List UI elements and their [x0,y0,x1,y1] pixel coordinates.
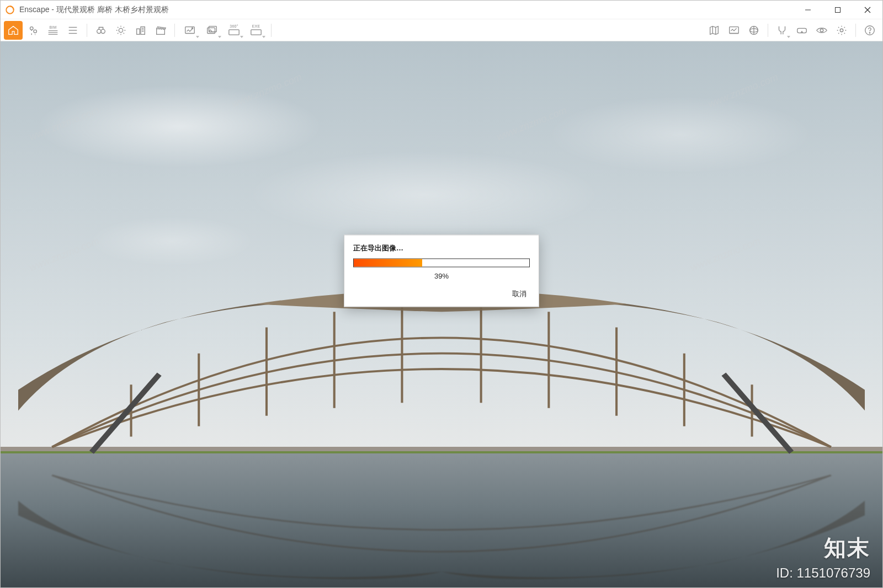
exe-export-icon[interactable]: EXE [246,21,267,40]
clapper-icon[interactable] [151,21,170,40]
bridge-reflection [18,453,865,587]
progress-fill [354,259,422,266]
dialog-title: 正在导出图像… [353,243,530,253]
svg-rect-17 [141,26,145,34]
progress-percent: 39% [353,271,530,280]
watermark-id: ID: 1151076739 [776,565,870,581]
window-title: Enscape - 现代景观桥 廊桥 木桥乡村景观桥 [19,5,169,15]
render-viewport[interactable]: www.znzmo.com www.znzmo.com www.znzmo.co… [1,41,882,587]
home-icon[interactable] [4,21,23,40]
cancel-button[interactable]: 取消 [509,286,530,301]
views-icon[interactable] [24,21,42,40]
svg-point-15 [119,28,123,32]
svg-rect-29 [229,30,239,35]
buildings-icon[interactable] [131,21,150,40]
svg-point-14 [101,29,105,33]
batch-render-icon[interactable] [201,21,222,40]
svg-rect-28 [209,26,217,31]
svg-line-23 [161,27,162,29]
maximize-button[interactable] [823,1,853,19]
svg-point-42 [869,32,870,33]
export-progress-dialog: 正在导出图像… 39% 取消 [344,234,539,307]
watermark-logo: 知末 [824,533,870,563]
svg-rect-30 [251,30,261,35]
qr-icon[interactable] [744,21,763,40]
visual-settings-icon[interactable] [812,21,831,40]
vr-icon[interactable] [792,21,811,40]
enscape-logo-icon [5,5,15,15]
svg-rect-38 [797,28,807,33]
svg-point-5 [30,26,34,30]
bim-icon[interactable]: BIM [44,21,62,40]
titlebar: Enscape - 现代景观桥 廊桥 木桥乡村景观桥 [1,1,882,19]
close-button[interactable] [853,1,882,19]
svg-line-24 [163,28,164,30]
minimize-button[interactable] [793,1,823,19]
help-icon[interactable] [860,21,879,40]
pano-icon[interactable]: 360° [224,21,244,40]
svg-rect-2 [836,7,841,12]
progress-bar [353,258,530,267]
toolbar-right [705,21,879,40]
svg-point-13 [97,29,101,33]
map-icon[interactable] [705,21,724,40]
walk-icon[interactable] [773,21,791,40]
asset-library-icon[interactable] [725,21,743,40]
toolbar: BIM [1,19,882,41]
settings-icon[interactable] [832,21,851,40]
sun-icon[interactable] [111,21,130,40]
svg-rect-33 [730,26,739,33]
app-name: Enscape [19,5,49,14]
app-window: Enscape - 现代景观桥 廊桥 木桥乡村景观桥 BIM [0,0,883,588]
toolbar-left: BIM [4,21,275,40]
menu-icon[interactable] [63,21,82,40]
screenshot-icon[interactable] [179,21,200,40]
svg-point-6 [34,30,36,33]
svg-point-26 [192,28,193,29]
svg-point-39 [820,29,823,32]
svg-point-40 [840,29,843,32]
binoculars-icon[interactable] [92,21,110,40]
svg-rect-16 [137,29,140,34]
document-title: 现代景观桥 廊桥 木桥乡村景观桥 [56,5,169,14]
